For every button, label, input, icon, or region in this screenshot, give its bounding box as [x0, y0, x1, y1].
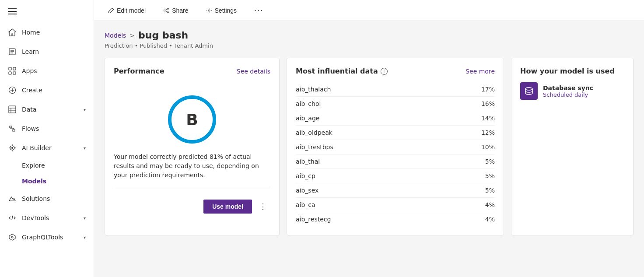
svg-line-25	[12, 216, 13, 220]
settings-icon	[206, 7, 212, 14]
performance-description: Your model correctly predicted 81% of ac…	[114, 152, 270, 187]
settings-label: Settings	[215, 7, 237, 14]
svg-point-18	[14, 128, 14, 129]
share-button[interactable]: Share	[160, 5, 192, 16]
learn-icon	[8, 47, 17, 56]
data-row: aib_oldpeak12%	[296, 126, 495, 140]
see-more-link[interactable]: See more	[466, 68, 495, 75]
more-options-label: ···	[254, 6, 263, 14]
influential-data-card: Most influential data i See more aib_tha…	[287, 58, 504, 235]
database-sync-icon	[520, 82, 538, 100]
chevron-down-icon-ai: ▾	[84, 146, 86, 151]
svg-rect-1	[8, 11, 17, 12]
sidebar-item-graphqltools[interactable]: GraphQLTools ▾	[0, 228, 94, 247]
db-sync-item: Database sync Scheduled daily	[520, 82, 624, 100]
data-row-pct: 4%	[485, 216, 495, 223]
svg-line-32	[165, 11, 168, 11]
sidebar-item-apps[interactable]: Apps	[0, 61, 94, 81]
data-row-pct: 5%	[485, 172, 495, 179]
see-details-link[interactable]: See details	[237, 68, 270, 75]
info-icon[interactable]: i	[381, 68, 388, 75]
svg-rect-8	[13, 67, 16, 70]
db-sync-title: Database sync	[543, 84, 593, 91]
data-row-name: aib_restecg	[296, 216, 331, 223]
svg-rect-7	[9, 67, 11, 70]
home-icon	[8, 28, 17, 37]
sidebar-sub-item-explore[interactable]: Explore	[0, 158, 94, 173]
edit-model-label: Edit model	[117, 7, 146, 14]
page-content: Models > bug bash Prediction • Published…	[94, 21, 644, 277]
grade-circle-container: B	[114, 82, 270, 152]
data-row-name: aib_trestbps	[296, 144, 333, 151]
data-row: aib_trestbps10%	[296, 140, 495, 154]
create-icon	[8, 86, 17, 95]
cards-row: Performance See details B Your model cor…	[105, 58, 634, 235]
share-label: Share	[172, 7, 188, 14]
model-used-card-header: How your model is used	[520, 67, 624, 75]
svg-rect-2	[8, 14, 17, 14]
sidebar-item-learn[interactable]: Learn	[0, 42, 94, 61]
data-row-name: aib_thal	[296, 158, 320, 165]
sidebar-item-devtools-label: DevTools	[22, 214, 49, 221]
svg-marker-26	[9, 234, 15, 240]
toolbar: Edit model Share Settings ···	[94, 0, 644, 21]
svg-point-33	[208, 10, 210, 11]
kebab-icon: ⋮	[259, 202, 267, 211]
sidebar-item-flows[interactable]: Flows	[0, 119, 94, 138]
kebab-menu-button[interactable]: ⋮	[256, 200, 270, 213]
data-row: aib_cp5%	[296, 169, 495, 183]
chevron-down-icon-graphql: ▾	[84, 235, 86, 240]
data-row-name: aib_ca	[296, 201, 315, 208]
settings-button[interactable]: Settings	[203, 5, 241, 16]
data-row-pct: 12%	[481, 129, 495, 136]
db-sync-subtitle: Scheduled daily	[543, 91, 593, 98]
data-row-pct: 5%	[485, 187, 495, 194]
sidebar-sub-item-models-label: Models	[22, 178, 46, 185]
edit-icon	[108, 7, 114, 14]
sidebar-item-home[interactable]: Home	[0, 23, 94, 42]
graphqltools-icon	[8, 233, 17, 242]
breadcrumb-models-link[interactable]: Models	[105, 32, 126, 39]
data-row-name: aib_sex	[296, 187, 318, 194]
data-row: aib_age14%	[296, 111, 495, 126]
svg-point-34	[525, 88, 532, 90]
sidebar-item-home-label: Home	[22, 29, 40, 36]
solutions-icon	[8, 194, 17, 203]
data-row: aib_thal5%	[296, 154, 495, 169]
ai-builder-icon	[8, 144, 17, 152]
svg-point-28	[168, 8, 169, 9]
svg-line-31	[165, 9, 168, 10]
sidebar-item-data[interactable]: Data ▾	[0, 100, 94, 119]
data-row-name: aib_oldpeak	[296, 129, 332, 136]
svg-rect-10	[13, 72, 16, 74]
data-icon	[8, 105, 17, 114]
edit-model-button[interactable]: Edit model	[105, 5, 149, 16]
sidebar-item-apps-label: Apps	[22, 67, 37, 74]
svg-point-20	[11, 147, 13, 149]
data-row-pct: 17%	[481, 86, 495, 93]
breadcrumb-current-page: bug bash	[138, 30, 188, 41]
sidebar-item-create[interactable]: Create	[0, 81, 94, 100]
svg-point-27	[11, 236, 13, 238]
performance-card: Performance See details B Your model cor…	[105, 58, 280, 235]
svg-rect-9	[9, 72, 11, 74]
use-model-button[interactable]: Use model	[203, 200, 252, 214]
hamburger-button[interactable]	[0, 0, 94, 23]
breadcrumb-separator: >	[130, 32, 135, 39]
more-options-button[interactable]: ···	[251, 4, 267, 17]
influential-card-title: Most influential data	[296, 67, 378, 75]
sidebar-item-learn-label: Learn	[22, 48, 39, 55]
svg-rect-14	[9, 106, 16, 113]
sidebar-item-devtools[interactable]: DevTools ▾	[0, 208, 94, 228]
model-used-card: How your model is used Database sync Sch…	[511, 58, 634, 235]
chevron-down-icon: ▾	[84, 107, 86, 112]
sidebar-item-data-label: Data	[22, 106, 36, 113]
sidebar-item-solutions[interactable]: Solutions	[0, 189, 94, 208]
sidebar-item-flows-label: Flows	[22, 125, 39, 132]
data-row: aib_restecg4%	[296, 212, 495, 226]
page-subtitle: Prediction • Published • Tenant Admin	[105, 42, 634, 49]
sidebar-sub-item-models[interactable]: Models	[0, 173, 94, 189]
card-actions: Use model ⋮	[114, 196, 270, 214]
data-row: aib_thalach17%	[296, 82, 495, 97]
sidebar-item-ai-builder[interactable]: AI Builder ▾	[0, 138, 94, 158]
